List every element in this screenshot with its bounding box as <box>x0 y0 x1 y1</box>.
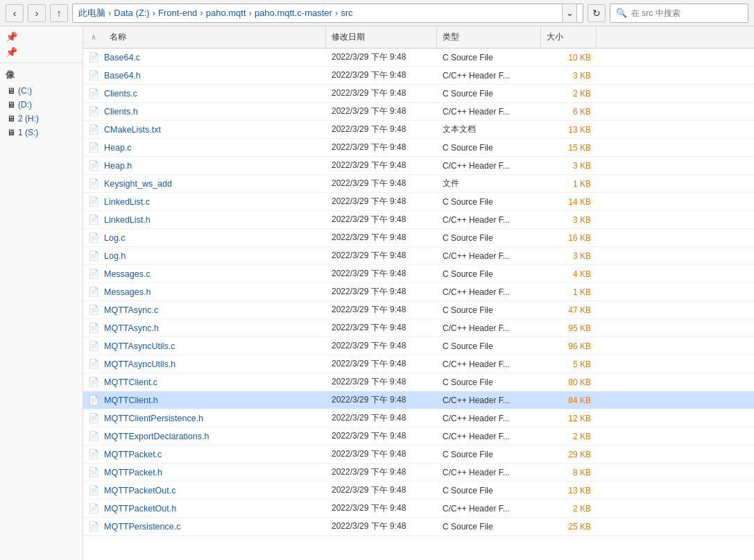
file-date: 2022/3/29 下午 9:48 <box>326 394 437 406</box>
drive-c-label: (C:) <box>18 86 32 96</box>
table-row[interactable]: 📄MQTTClientPersistence.h2022/3/29 下午 9:4… <box>83 409 754 427</box>
file-icon: 📄 <box>88 485 99 496</box>
back-button[interactable]: ‹ <box>6 4 24 22</box>
refresh-button[interactable]: ↻ <box>588 4 606 22</box>
breadcrumb[interactable]: 此电脑 › Data (Z:) › Front-end › paho.mqtt … <box>72 3 583 23</box>
table-row[interactable]: 📄MQTTPacket.h2022/3/29 下午 9:48C/C++ Head… <box>83 464 754 482</box>
file-size: 16 KB <box>541 233 597 243</box>
breadcrumb-item-src[interactable]: src <box>341 8 352 18</box>
table-row[interactable]: 📄Base64.h2022/3/29 下午 9:48C/C++ Header F… <box>83 67 754 85</box>
file-row-icon-cell: 📄 <box>83 485 104 496</box>
file-size: 2 KB <box>541 89 597 99</box>
table-row[interactable]: 📄MQTTClient.c2022/3/29 下午 9:48C Source F… <box>83 373 754 391</box>
table-row[interactable]: 📄MQTTClient.h2022/3/29 下午 9:48C/C++ Head… <box>83 391 754 409</box>
sidebar-drive-h[interactable]: 🖥 2 (H:) <box>0 112 83 126</box>
file-type: C Source File <box>437 53 541 62</box>
table-row[interactable]: 📄MQTTPacketOut.c2022/3/29 下午 9:48C Sourc… <box>83 482 754 500</box>
table-row[interactable]: 📄Base64.c2022/3/29 下午 9:48C Source File1… <box>83 49 754 67</box>
file-row-icon-cell: 📄 <box>83 323 104 334</box>
table-row[interactable]: 📄Heap.c2022/3/29 下午 9:48C Source File15 … <box>83 139 754 157</box>
table-row[interactable]: 📄Messages.h2022/3/29 下午 9:48C/C++ Header… <box>83 283 754 301</box>
table-row[interactable]: 📄MQTTAsync.c2022/3/29 下午 9:48C Source Fi… <box>83 301 754 319</box>
sidebar-drive-d[interactable]: 🖥 (D:) <box>0 98 83 112</box>
file-row-icon-cell: 📄 <box>83 377 104 388</box>
file-area: ∧ 名称 修改日期 类型 大小 📄Base64.c2022/3/29 下午 9:… <box>83 26 754 560</box>
file-date: 2022/3/29 下午 9:48 <box>326 214 437 226</box>
breadcrumb-item-data[interactable]: Data (Z:) <box>114 8 149 18</box>
file-row-icon-cell: 📄 <box>83 124 104 135</box>
file-date: 2022/3/29 下午 9:48 <box>326 376 437 388</box>
file-name: MQTTPacket.c <box>104 450 326 459</box>
table-row[interactable]: 📄Messages.c2022/3/29 下午 9:48C Source Fil… <box>83 265 754 283</box>
table-row[interactable]: 📄MQTTExportDeclarations.h2022/3/29 下午 9:… <box>83 427 754 446</box>
column-header-date[interactable]: 修改日期 <box>326 26 437 48</box>
search-input[interactable] <box>631 8 735 18</box>
table-row[interactable]: 📄MQTTPacketOut.h2022/3/29 下午 9:48C/C++ H… <box>83 500 754 518</box>
column-header-name[interactable]: 名称 <box>104 26 326 48</box>
breadcrumb-item-pahomqttmaster[interactable]: paho.mqtt.c-master <box>255 8 332 18</box>
file-type: C Source File <box>437 143 541 153</box>
file-type: C/C++ Header F... <box>437 287 541 297</box>
sidebar-drive-s[interactable]: 🖥 1 (S:) <box>0 126 83 139</box>
file-date: 2022/3/29 下午 9:48 <box>326 340 437 352</box>
file-row-icon-cell: 📄 <box>83 196 104 207</box>
file-size: 3 KB <box>541 71 597 80</box>
breadcrumb-dropdown-button[interactable]: ⌄ <box>562 3 577 23</box>
table-row[interactable]: 📄Log.h2022/3/29 下午 9:48C/C++ Header F...… <box>83 247 754 265</box>
file-type: C Source File <box>437 89 541 99</box>
column-header-type[interactable]: 类型 <box>437 26 541 48</box>
file-name: Log.c <box>104 233 326 243</box>
file-date: 2022/3/29 下午 9:48 <box>326 51 437 63</box>
file-icon: 📄 <box>88 124 99 135</box>
breadcrumb-item-frontend[interactable]: Front-end <box>158 8 197 18</box>
file-row-icon-cell: 📄 <box>83 521 104 532</box>
table-row[interactable]: 📄MQTTAsyncUtils.c2022/3/29 下午 9:48C Sour… <box>83 337 754 355</box>
file-icon: 📄 <box>88 305 99 316</box>
pin-icon-2[interactable]: 📌 <box>0 44 83 60</box>
table-row[interactable]: 📄MQTTPacket.c2022/3/29 下午 9:48C Source F… <box>83 446 754 464</box>
file-row-icon-cell: 📄 <box>83 232 104 244</box>
file-row-icon-cell: 📄 <box>83 503 104 514</box>
file-row-icon-cell: 📄 <box>83 395 104 406</box>
file-row-icon-cell: 📄 <box>83 449 104 460</box>
sort-arrow-icon: ∧ <box>91 33 96 42</box>
file-size: 96 KB <box>541 341 597 351</box>
table-row[interactable]: 📄CMakeLists.txt2022/3/29 下午 9:48文本文档13 K… <box>83 121 754 139</box>
file-row-icon-cell: 📄 <box>83 287 104 298</box>
file-size: 80 KB <box>541 377 597 387</box>
file-name: Heap.c <box>104 143 326 153</box>
drive-c-icon: 🖥 <box>7 86 15 96</box>
table-row[interactable]: 📄MQTTAsync.h2022/3/29 下午 9:48C/C++ Heade… <box>83 319 754 337</box>
table-row[interactable]: 📄Clients.h2022/3/29 下午 9:48C/C++ Header … <box>83 103 754 121</box>
file-name: Log.h <box>104 251 326 261</box>
table-row[interactable]: 📄LinkedList.h2022/3/29 下午 9:48C/C++ Head… <box>83 211 754 229</box>
file-icon: 📄 <box>88 287 99 298</box>
breadcrumb-item-computer[interactable]: 此电脑 <box>78 7 105 19</box>
pin-icon-1[interactable]: 📌 <box>0 29 83 44</box>
file-name: Heap.h <box>104 161 326 171</box>
table-row[interactable]: 📄Clients.c2022/3/29 下午 9:48C Source File… <box>83 85 754 103</box>
table-row[interactable]: 📄Keysight_ws_add2022/3/29 下午 9:48文件1 KB <box>83 175 754 193</box>
sidebar-drive-c[interactable]: 🖥 (C:) <box>0 84 83 98</box>
column-header-size[interactable]: 大小 <box>541 26 597 48</box>
table-row[interactable]: 📄Log.c2022/3/29 下午 9:48C Source File16 K… <box>83 229 754 247</box>
search-box[interactable]: 🔍 <box>610 3 748 23</box>
table-row[interactable]: 📄Heap.h2022/3/29 下午 9:48C/C++ Header F..… <box>83 157 754 175</box>
table-row[interactable]: 📄MQTTAsyncUtils.h2022/3/29 下午 9:48C/C++ … <box>83 355 754 373</box>
forward-button[interactable]: › <box>28 4 46 22</box>
drive-h-label: 2 (H:) <box>18 114 39 124</box>
file-date: 2022/3/29 下午 9:48 <box>326 105 437 117</box>
file-icon: 📄 <box>88 88 99 99</box>
sidebar-image-label: 像 <box>0 63 83 84</box>
table-row[interactable]: 📄MQTTPersistence.c2022/3/29 下午 9:48C Sou… <box>83 518 754 536</box>
file-icon: 📄 <box>88 196 99 207</box>
file-type: C/C++ Header F... <box>437 432 541 441</box>
file-row-icon-cell: 📄 <box>83 178 104 189</box>
file-date: 2022/3/29 下午 9:48 <box>326 484 437 496</box>
file-size: 3 KB <box>541 251 597 261</box>
breadcrumb-item-pahomqtt[interactable]: paho.mqtt <box>206 8 246 18</box>
up-button[interactable]: ↑ <box>50 4 68 22</box>
file-row-icon-cell: 📄 <box>83 431 104 442</box>
table-row[interactable]: 📄LinkedList.c2022/3/29 下午 9:48C Source F… <box>83 193 754 211</box>
file-size: 84 KB <box>541 396 597 405</box>
